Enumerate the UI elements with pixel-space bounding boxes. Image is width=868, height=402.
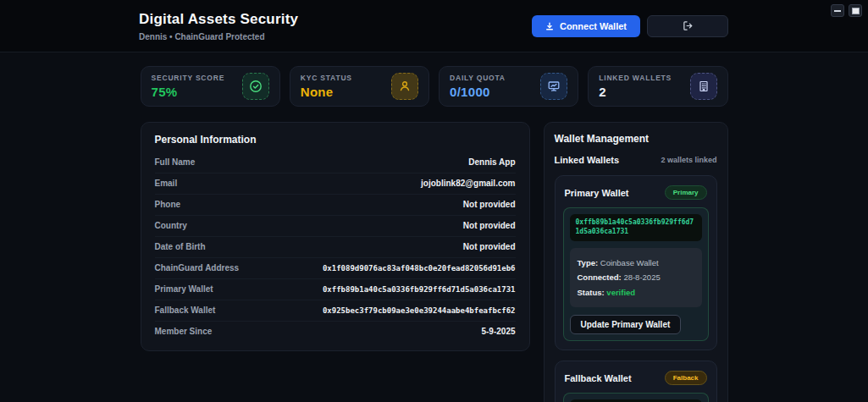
stats-row: SECURITY SCORE 75% KYC STATUS None [141, 66, 728, 107]
page-subtitle: Dennis • ChainGuard Protected [139, 32, 298, 41]
wallet-name: Primary Wallet [565, 188, 629, 198]
primary-badge: Primary [665, 185, 707, 200]
wallet-name: Fallback Wallet [565, 373, 632, 383]
info-row-email: Email jojoblink82@gmail.com [155, 173, 516, 195]
stat-value: 75% [152, 85, 225, 99]
logout-icon [683, 20, 694, 31]
wallet-details: Type: Coinbase Wallet Connected: 28-8-20… [570, 248, 702, 308]
status-value: verified [606, 288, 635, 297]
header-text: Digital Assets Security Dennis • ChainGu… [139, 11, 298, 41]
info-row-full-name: Full Name Dennis App [155, 152, 516, 173]
personal-information-panel: Personal Information Full Name Dennis Ap… [141, 122, 530, 351]
info-row-primary-wallet: Primary Wallet 0xffb89b1a40c5a0336fb929f… [155, 279, 516, 300]
building-icon [690, 73, 717, 100]
stat-label: KYC STATUS [301, 74, 352, 82]
window-controls [831, 4, 862, 17]
connect-wallet-button[interactable]: Connect Wallet [532, 15, 640, 37]
info-row-fallback-wallet: Fallback Wallet 0x925bec3f79cb09ae3e0e39… [155, 300, 516, 322]
maximize-button[interactable] [849, 4, 862, 17]
check-circle-icon [242, 73, 269, 100]
panel-title: Personal Information [155, 134, 516, 146]
stat-label: DAILY QUOTA [450, 74, 506, 82]
update-primary-wallet-button[interactable]: Update Primary Wallet [570, 315, 682, 334]
header-actions: Connect Wallet [532, 15, 728, 37]
stat-card-linked-wallets: LINKED WALLETS 2 [588, 66, 727, 107]
primary-wallet-card: Primary Wallet Primary 0xffb89b1a40c5a03… [555, 175, 717, 350]
stat-card-kyc-status: KYC STATUS None [290, 66, 429, 107]
wallet-address: 0xffb89b1a40c5a0336fb929ff6d71d5a036ca17… [570, 214, 702, 241]
info-row-phone: Phone Not provided [155, 195, 516, 216]
stat-label: LINKED WALLETS [599, 74, 672, 82]
stat-value: None [301, 85, 352, 99]
fallback-wallet-card: Fallback Wallet Falback 0x925bec3f79cb09… [555, 361, 717, 402]
stat-value: 2 [599, 85, 672, 99]
panel-title: Wallet Management [555, 133, 717, 145]
info-row-member-since: Member Since 5-9-2025 [155, 322, 516, 342]
connect-wallet-label: Connect Wallet [560, 21, 627, 31]
personal-info-rows: Full Name Dennis App Email jojoblink82@g… [155, 152, 516, 342]
stat-label: SECURITY SCORE [152, 74, 225, 82]
stat-value: 0/1000 [450, 85, 506, 99]
minimize-icon [834, 10, 841, 12]
app-header: Digital Assets Security Dennis • ChainGu… [0, 0, 868, 52]
logout-button[interactable] [647, 15, 728, 37]
page-title: Digital Assets Security [139, 11, 298, 28]
presentation-chart-icon [540, 73, 567, 100]
linked-wallets-count: 2 wallets linked [661, 156, 716, 164]
user-icon [391, 73, 418, 100]
info-row-country: Country Not provided [155, 216, 516, 237]
wallet-management-panel: Wallet Management Linked Wallets 2 walle… [544, 122, 728, 402]
stat-card-daily-quota: DAILY QUOTA 0/1000 [439, 66, 578, 107]
info-row-chainguard-address: ChainGuard Address 0x1f089d9076ac83af048… [155, 258, 516, 279]
stat-card-security-score: SECURITY SCORE 75% [141, 66, 280, 107]
fallback-badge: Falback [665, 371, 707, 385]
info-row-date-of-birth: Date of Birth Not provided [155, 237, 516, 258]
minimize-button[interactable] [831, 4, 844, 17]
wallet-connect-icon [545, 22, 554, 30]
maximize-icon [852, 8, 860, 14]
linked-wallets-header: Linked Wallets 2 wallets linked [555, 155, 717, 165]
